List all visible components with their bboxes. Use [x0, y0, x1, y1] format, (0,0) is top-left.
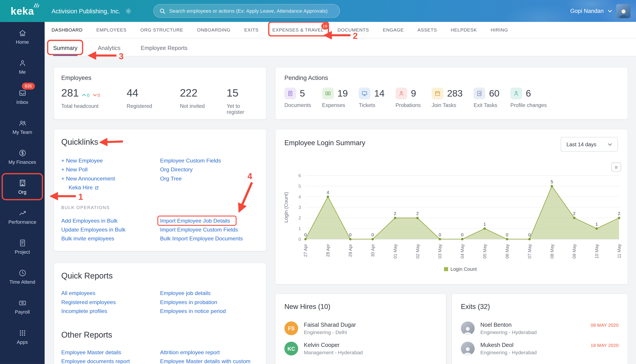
- sub-nav: Summary Analytics Employee Reports: [45, 38, 636, 56]
- pending-profile-changes[interactable]: 6 Profile changes: [510, 88, 547, 108]
- sidebar-item-performance[interactable]: Performance: [0, 202, 45, 232]
- link-keka-hire[interactable]: Keka Hire: [69, 183, 93, 192]
- link-employee-master-details-custom[interactable]: Employee Master details with custom: [160, 357, 250, 364]
- sidebar-item-payroll[interactable]: Payroll: [0, 292, 45, 322]
- home-icon: [18, 29, 27, 37]
- new-hires-card: New Hires (10) FS Faisal Sharad Dugar En…: [275, 294, 446, 364]
- exit-row[interactable]: Mukesh Deol Engineering - Hyderabad 18 M…: [461, 342, 619, 355]
- svg-text:4: 4: [298, 194, 301, 199]
- svg-text:0: 0: [461, 232, 463, 237]
- chevron-down-icon: [608, 10, 612, 12]
- tab-org-structure[interactable]: ORG STRUCTURE: [140, 28, 183, 32]
- exit-row[interactable]: Noel Benton Engineering - Hyderabad 08 M…: [461, 322, 619, 335]
- sidebar-item-apps[interactable]: Apps: [0, 322, 45, 352]
- subtab-employee-reports[interactable]: Employee Reports: [141, 44, 187, 56]
- avatar: [461, 342, 475, 355]
- link-all-employees[interactable]: All employees: [61, 289, 95, 298]
- svg-text:0: 0: [528, 232, 531, 237]
- link-new-announcement[interactable]: + New Announcement: [61, 174, 115, 183]
- link-add-employees-in-bulk[interactable]: Add Employees in Bulk: [61, 216, 118, 225]
- link-update-employees-in-bulk[interactable]: Update Employees in Bulk: [61, 225, 126, 234]
- link-bulk-import-employee-documents[interactable]: Bulk Import Employee Documents: [160, 234, 243, 243]
- avatar: [461, 322, 475, 335]
- exits-card: Exits (32) Noel Benton Engineering - Hyd…: [452, 294, 628, 364]
- user-name: Gopi Nandan: [570, 8, 604, 14]
- search-input[interactable]: [169, 8, 334, 14]
- tab-engage[interactable]: ENGAGE: [383, 28, 404, 32]
- stat-not-invited: 222 Not invited: [180, 87, 227, 115]
- pending-probations[interactable]: 9 Probations: [395, 88, 421, 108]
- company-name: Activision Publishing, Inc.: [52, 8, 120, 14]
- link-employees-in-probation[interactable]: Employees in probation: [160, 298, 217, 307]
- svg-text:3: 3: [298, 205, 301, 210]
- svg-text:1: 1: [595, 222, 598, 226]
- keka-logo[interactable]: keka: [11, 6, 34, 16]
- pending-exit-tasks[interactable]: 60 Exit Tasks: [474, 88, 499, 108]
- org-building-icon: [18, 179, 27, 187]
- sidebar-item-me[interactable]: Me: [0, 52, 45, 82]
- sidebar-item-inbox[interactable]: 835 Inbox: [0, 82, 45, 112]
- tab-onboarding[interactable]: ONBOARDING: [197, 28, 231, 32]
- settings-gear-icon[interactable]: [125, 8, 132, 14]
- new-hire-row[interactable]: KC Kelvin Cooper Management - Hyderabad: [284, 342, 437, 355]
- login-summary-card: Employee Login Summary Last 14 days ≡ 01…: [275, 129, 628, 284]
- new-hire-row[interactable]: FS Faisal Sharad Dugar Engineering - Del…: [284, 322, 437, 335]
- logo-slashes-icon: [33, 3, 39, 8]
- subtab-analytics[interactable]: Analytics: [98, 44, 120, 56]
- range-selector[interactable]: Last 14 days: [561, 137, 618, 152]
- link-registered-employees[interactable]: Registered employees: [61, 298, 116, 307]
- link-org-directory[interactable]: Org Directory: [160, 165, 193, 174]
- sidebar-item-org[interactable]: Org: [0, 172, 45, 202]
- pending-tickets[interactable]: 14 Tickets: [359, 88, 385, 108]
- link-employee-documents-report[interactable]: Employee documents report: [61, 357, 130, 364]
- keka-dashboard: keka Activision Publishing, Inc. Gopi Na…: [0, 0, 636, 364]
- performance-chart-icon: [18, 209, 27, 217]
- profile-change-icon: [510, 88, 522, 99]
- link-employee-master-details[interactable]: Employee Master details: [61, 348, 121, 357]
- link-employees-in-notice-period[interactable]: Employees in notice period: [160, 307, 226, 316]
- link-import-employee-job-details[interactable]: Import Employee Job Details: [160, 216, 230, 225]
- tab-assets[interactable]: ASSETS: [418, 28, 437, 32]
- link-employee-custom-fields[interactable]: Employee Custom Fields: [160, 156, 221, 165]
- tab-expenses-travel[interactable]: EXPENSES & TRAVEL19: [272, 28, 324, 32]
- pending-documents[interactable]: 5 Documents: [284, 88, 311, 108]
- sidebar-item-my-team[interactable]: My Team: [0, 112, 45, 142]
- stat-registered: 44 Registered: [127, 87, 180, 115]
- user-avatar[interactable]: [616, 4, 630, 18]
- link-import-employee-custom-fields[interactable]: Import Employee Custom Fields: [160, 225, 238, 234]
- subtab-summary[interactable]: Summary: [53, 44, 77, 56]
- link-new-employee[interactable]: + New Employee: [61, 156, 103, 165]
- tab-employees[interactable]: EMPLOYEES: [96, 28, 127, 32]
- svg-text:2: 2: [416, 211, 419, 216]
- link-incomplete-profiles[interactable]: Incomplete profiles: [61, 307, 107, 316]
- link-bulk-invite-employees[interactable]: Bulk invite employees: [61, 234, 114, 243]
- svg-text:03 May: 03 May: [437, 244, 442, 258]
- pending-join-tasks[interactable]: 283 Join Tasks: [432, 88, 463, 108]
- link-new-poll[interactable]: + New Poll: [61, 165, 88, 174]
- inbox-icon: [18, 89, 27, 97]
- tab-dashboard[interactable]: DASHBOARD: [52, 28, 83, 32]
- tab-helpdesk[interactable]: HELPDESK: [451, 28, 477, 32]
- tab-hiring[interactable]: HIRING: [491, 28, 508, 32]
- inbox-badge: 835: [22, 83, 35, 90]
- link-org-tree[interactable]: Org Tree: [160, 174, 181, 183]
- tab-exits[interactable]: EXITS: [244, 28, 258, 32]
- sidebar-item-time-attend[interactable]: Time Attend: [0, 262, 45, 292]
- user-menu[interactable]: Gopi Nandan: [570, 0, 630, 22]
- svg-text:0: 0: [372, 232, 374, 237]
- probation-person-icon: [395, 88, 407, 99]
- svg-text:05 May: 05 May: [482, 244, 487, 258]
- sidebar-item-project[interactable]: Project: [0, 232, 45, 262]
- link-employee-job-details[interactable]: Employee job details: [160, 289, 211, 298]
- search-icon: [159, 8, 165, 14]
- svg-text:0: 0: [298, 236, 301, 242]
- main-nav: DASHBOARD EMPLOYEES ORG STRUCTURE ONBOAR…: [45, 22, 636, 38]
- link-attrition-employee-report[interactable]: Attrition employee report: [160, 348, 220, 357]
- tab-documents[interactable]: DOCUMENTS: [338, 28, 369, 32]
- avatar: FS: [284, 322, 298, 335]
- sidebar-item-my-finances[interactable]: My Finances: [0, 142, 45, 172]
- join-task-calendar-icon: [432, 88, 443, 99]
- quicklinks-title: Quicklinks: [61, 138, 259, 147]
- sidebar-item-home[interactable]: Home: [0, 22, 45, 52]
- pending-expenses[interactable]: 19 Expenses: [322, 88, 348, 108]
